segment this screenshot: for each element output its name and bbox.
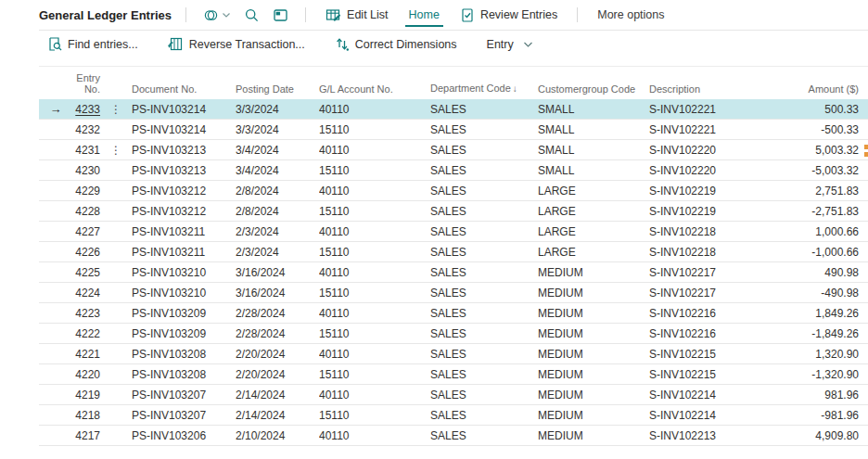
description-cell[interactable]: S-INV102217: [649, 266, 756, 279]
gl-account-no-cell[interactable]: 40110: [319, 144, 430, 157]
gl-account-no-cell[interactable]: 15110: [319, 205, 430, 218]
amount-cell[interactable]: 1,000.66: [756, 225, 868, 238]
entry-no-cell[interactable]: 4221: [72, 348, 100, 361]
customergroup-code-cell[interactable]: LARGE: [538, 205, 649, 218]
amount-cell[interactable]: -1,849.26: [756, 327, 868, 340]
document-no-cell[interactable]: PS-INV103213: [132, 164, 236, 177]
document-no-cell[interactable]: PS-INV103212: [132, 185, 236, 198]
department-code-cell[interactable]: SALES: [430, 266, 538, 279]
table-row[interactable]: 4232PS-INV1032143/3/202415110SALESSMALLS…: [39, 120, 868, 140]
document-no-cell[interactable]: PS-INV103208: [132, 348, 236, 361]
document-no-cell[interactable]: PS-INV103214: [132, 103, 236, 116]
amount-cell[interactable]: 1,320.90: [756, 348, 868, 361]
gl-account-no-cell[interactable]: 40110: [319, 266, 430, 279]
description-cell[interactable]: S-INV102214: [649, 409, 756, 422]
description-cell[interactable]: S-INV102213: [649, 429, 756, 442]
tab-home[interactable]: Home: [405, 3, 443, 27]
document-no-cell[interactable]: PS-INV103209: [132, 327, 236, 340]
description-cell[interactable]: S-INV102221: [649, 103, 756, 116]
table-row[interactable]: →4233⋮PS-INV1032143/3/202440110SALESSMAL…: [39, 99, 868, 120]
department-code-cell[interactable]: SALES: [430, 409, 538, 422]
table-row[interactable]: 4226PS-INV1032112/3/202415110SALESLARGES…: [39, 242, 868, 262]
posting-date-cell[interactable]: 2/20/2024: [236, 368, 319, 381]
customergroup-code-cell[interactable]: LARGE: [538, 185, 649, 198]
customergroup-code-cell[interactable]: MEDIUM: [538, 429, 649, 442]
entry-no-cell[interactable]: 4220: [72, 368, 100, 381]
department-code-cell[interactable]: SALES: [430, 327, 538, 340]
posting-date-cell[interactable]: 3/3/2024: [236, 123, 319, 136]
description-cell[interactable]: S-INV102221: [649, 123, 756, 136]
row-options-icon[interactable]: ⋮: [100, 144, 132, 157]
entry-no-cell[interactable]: 4232: [72, 123, 100, 136]
col-header-amount[interactable]: Amount ($): [756, 83, 868, 95]
gl-account-no-cell[interactable]: 15110: [319, 368, 430, 381]
department-code-cell[interactable]: SALES: [430, 164, 538, 177]
table-row[interactable]: 4231⋮PS-INV1032133/4/202440110SALESSMALL…: [39, 140, 868, 160]
amount-cell[interactable]: 981.96: [756, 389, 868, 402]
gl-account-no-cell[interactable]: 15110: [319, 164, 430, 177]
description-cell[interactable]: S-INV102219: [649, 205, 756, 218]
document-no-cell[interactable]: PS-INV103206: [132, 429, 236, 442]
customergroup-code-cell[interactable]: MEDIUM: [538, 368, 649, 381]
description-cell[interactable]: S-INV102218: [649, 225, 756, 238]
find-entries-button[interactable]: Find entries...: [39, 31, 147, 57]
customergroup-code-cell[interactable]: MEDIUM: [538, 389, 649, 402]
department-code-cell[interactable]: SALES: [430, 144, 538, 157]
entry-no-cell[interactable]: 4217: [72, 429, 100, 442]
posting-date-cell[interactable]: 2/8/2024: [236, 185, 319, 198]
posting-date-cell[interactable]: 3/4/2024: [236, 144, 319, 157]
col-header-gl-account-no[interactable]: G/L Account No.: [319, 83, 430, 95]
customergroup-code-cell[interactable]: SMALL: [538, 123, 649, 136]
correct-dimensions-button[interactable]: Correct Dimensions: [326, 31, 466, 57]
description-cell[interactable]: S-INV102215: [649, 348, 756, 361]
department-code-cell[interactable]: SALES: [430, 287, 538, 300]
gl-account-no-cell[interactable]: 15110: [319, 287, 430, 300]
table-row[interactable]: 4230PS-INV1032133/4/202415110SALESSMALLS…: [39, 160, 868, 181]
customergroup-code-cell[interactable]: MEDIUM: [538, 348, 649, 361]
description-cell[interactable]: S-INV102219: [649, 185, 756, 198]
entry-no-cell[interactable]: 4223: [72, 307, 100, 320]
department-code-cell[interactable]: SALES: [430, 123, 538, 136]
entry-menu-button[interactable]: Entry: [479, 31, 542, 57]
table-row[interactable]: 4222PS-INV1032092/28/202415110SALESMEDIU…: [39, 324, 868, 344]
entry-no-cell[interactable]: 4231: [72, 144, 100, 157]
table-row[interactable]: 4228PS-INV1032122/8/202415110SALESLARGES…: [39, 201, 868, 222]
amount-cell[interactable]: 490.98: [756, 266, 868, 279]
row-options-icon[interactable]: ⋮: [100, 103, 132, 116]
gl-account-no-cell[interactable]: 40110: [319, 307, 430, 320]
gl-account-no-cell[interactable]: 40110: [319, 103, 430, 116]
document-no-cell[interactable]: PS-INV103209: [132, 307, 236, 320]
department-code-cell[interactable]: SALES: [430, 429, 538, 442]
related-pages-button[interactable]: [197, 7, 237, 23]
entry-no-cell[interactable]: 4233: [72, 103, 100, 116]
edit-list-button[interactable]: Edit List: [316, 0, 397, 30]
posting-date-cell[interactable]: 2/14/2024: [236, 389, 319, 402]
document-no-cell[interactable]: PS-INV103210: [132, 287, 236, 300]
gl-account-no-cell[interactable]: 40110: [319, 429, 430, 442]
reverse-transaction-button[interactable]: Reverse Transaction...: [160, 31, 313, 57]
customergroup-code-cell[interactable]: SMALL: [538, 103, 649, 116]
department-code-cell[interactable]: SALES: [430, 103, 538, 116]
customergroup-code-cell[interactable]: SMALL: [538, 144, 649, 157]
document-no-cell[interactable]: PS-INV103207: [132, 409, 236, 422]
gl-account-no-cell[interactable]: 40110: [319, 348, 430, 361]
gl-account-no-cell[interactable]: 15110: [319, 123, 430, 136]
gl-account-no-cell[interactable]: 40110: [319, 225, 430, 238]
description-cell[interactable]: S-INV102220: [649, 144, 756, 157]
posting-date-cell[interactable]: 2/28/2024: [236, 307, 319, 320]
amount-cell[interactable]: -5,003.32: [756, 164, 868, 177]
entry-no-cell[interactable]: 4224: [72, 287, 100, 300]
table-row[interactable]: 4217PS-INV1032062/10/202440110SALESMEDIU…: [39, 426, 868, 446]
table-row[interactable]: 4225PS-INV1032103/16/202440110SALESMEDIU…: [39, 262, 868, 283]
entry-no-cell[interactable]: 4219: [72, 389, 100, 402]
department-code-cell[interactable]: SALES: [430, 389, 538, 402]
amount-cell[interactable]: 2,751.83: [756, 185, 868, 198]
amount-cell[interactable]: -490.98: [756, 287, 868, 300]
posting-date-cell[interactable]: 2/3/2024: [236, 246, 319, 259]
department-code-cell[interactable]: SALES: [430, 246, 538, 259]
col-header-department-code[interactable]: Department Code↓: [430, 83, 538, 95]
posting-date-cell[interactable]: 2/14/2024: [236, 409, 319, 422]
customergroup-code-cell[interactable]: MEDIUM: [538, 266, 649, 279]
gl-account-no-cell[interactable]: 40110: [319, 389, 430, 402]
entry-no-cell[interactable]: 4227: [72, 225, 100, 238]
